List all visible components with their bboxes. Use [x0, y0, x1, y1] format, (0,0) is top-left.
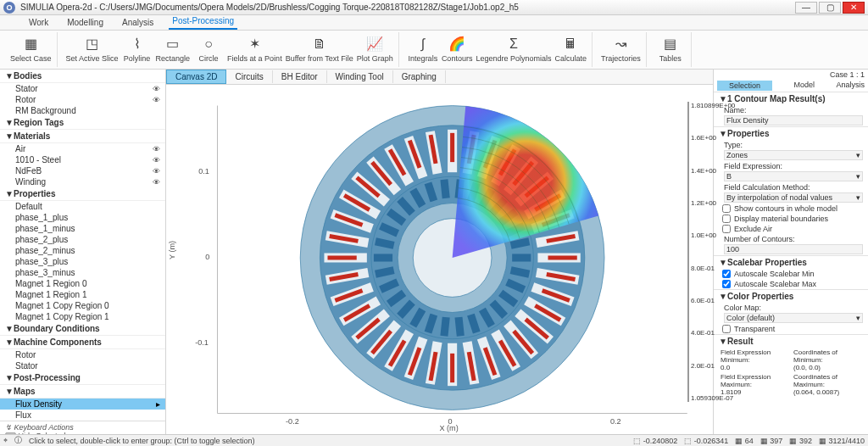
chk-show-contours[interactable]: Show contours in whole model	[714, 203, 868, 214]
section-result[interactable]: ▼Result	[714, 334, 868, 348]
calculate-button[interactable]: 🖩Calculate	[554, 36, 587, 63]
maximize-button[interactable]: ▢	[819, 2, 841, 14]
chk-autoscale-max[interactable]: Autoscale Scalebar Max	[714, 279, 868, 289]
tree-section[interactable]: ▼Maps	[0, 385, 165, 399]
tab-winding-tool[interactable]: Winding Tool	[327, 70, 393, 83]
num-contours-input[interactable]: 100	[724, 244, 863, 254]
tab-analysis[interactable]: Analysis	[836, 81, 865, 91]
fields-at-point-button[interactable]: ✶Fields at a Point	[227, 36, 282, 63]
circle-button[interactable]: ○Circle	[193, 36, 224, 63]
tree-item[interactable]: RM Background	[0, 105, 165, 116]
tree-section[interactable]: ▼Properties	[0, 187, 165, 201]
tree-item[interactable]: Magnet 1 Region 1	[0, 289, 165, 300]
tree-section[interactable]: ▼Region Tags	[0, 116, 165, 130]
svg-line-106	[511, 242, 530, 246]
buffer-from-file-button[interactable]: 🗎Buffer from Text File	[286, 36, 353, 63]
type-select[interactable]: Zones▾	[724, 150, 863, 160]
tree-item[interactable]: Magnet 1 Copy Region 1	[0, 311, 165, 322]
tree-item[interactable]: Rotor	[0, 349, 165, 360]
svg-line-84	[459, 317, 460, 336]
ribbon-tab-analysis[interactable]: Analysis	[119, 16, 157, 30]
tree-item[interactable]: Air👁	[0, 143, 165, 154]
ribbon-tab-modelling[interactable]: Modelling	[64, 16, 107, 30]
tab-canvas-2d[interactable]: Canvas 2D	[166, 70, 226, 84]
calc-method-select[interactable]: By interpolation of nodal values▾	[724, 192, 863, 203]
tab-model[interactable]: Model	[794, 81, 815, 91]
tree-item[interactable]: phase_2_plus	[0, 234, 165, 245]
slice-icon: ◳	[84, 36, 101, 53]
color-map-select[interactable]: Color (default)▾	[724, 313, 863, 323]
section-properties[interactable]: ▼Properties	[714, 126, 868, 140]
tree-item[interactable]: phase_1_minus	[0, 223, 165, 234]
section-color[interactable]: ▼Color Properties	[714, 289, 868, 303]
visibility-icon[interactable]: 👁	[153, 85, 160, 93]
tree-item[interactable]: Stator👁	[0, 83, 165, 94]
trajectories-button[interactable]: ↝Trajectories	[601, 36, 641, 63]
chk-exclude-air[interactable]: Exclude Air	[714, 224, 868, 234]
contour-icon: 🌈	[448, 36, 465, 53]
keyboard-actions: ↯ Keyboard Actions⌨ Hide Selected⌨ Show …	[0, 421, 165, 434]
trajectory-icon: ↝	[612, 36, 629, 53]
canvas-2d-viewport[interactable]: -0.2 0 0.2 0.1 0 -0.1 X (m) Y (m) 1.8108…	[166, 85, 713, 434]
tree-item[interactable]: 1010 - Steel👁	[0, 154, 165, 165]
select-case-button[interactable]: ▦Select Case	[10, 36, 52, 63]
tree-item[interactable]: NdFeB👁	[0, 165, 165, 176]
chk-transparent[interactable]: Transparent	[714, 324, 868, 334]
close-button[interactable]: ✕	[843, 2, 865, 14]
contours-button[interactable]: 🌈Contours	[442, 36, 473, 63]
chk-display-boundaries[interactable]: Display material boundaries	[714, 214, 868, 224]
field-expression-select[interactable]: B▾	[724, 171, 863, 181]
visibility-icon[interactable]: 👁	[153, 156, 160, 164]
grid-icon: ▦	[22, 36, 39, 53]
visibility-icon[interactable]: 👁	[153, 178, 160, 187]
model-tree-panel[interactable]: ▼BodiesStator👁Rotor👁RM Background▼Region…	[0, 70, 166, 434]
tree-item[interactable]: phase_3_minus	[0, 267, 165, 278]
svg-line-85	[444, 317, 446, 336]
rectangle-icon: ▭	[164, 36, 181, 53]
motor-plot: -0.2 0 0.2 0.1 0 -0.1 X (m) Y (m)	[166, 85, 713, 434]
rectangle-button[interactable]: ▭Rectangle	[156, 36, 191, 63]
tree-item[interactable]: phase_1_plus	[0, 212, 165, 223]
section-scalebar[interactable]: ▼Scalebar Properties	[714, 255, 868, 269]
tree-section[interactable]: ▼Bodies	[0, 70, 165, 83]
circle-icon: ○	[200, 36, 217, 53]
tree-item[interactable]: Winding👁	[0, 176, 165, 187]
tree-item[interactable]: Default	[0, 201, 165, 212]
tree-section[interactable]: ▼Post-Processing	[0, 371, 165, 385]
tree-section[interactable]: ▼Materials	[0, 130, 165, 143]
tab-circuits[interactable]: Circuits	[226, 70, 272, 83]
tree-item[interactable]: Flux	[0, 410, 165, 421]
tree-item[interactable]: Stator	[0, 360, 165, 371]
svg-text:0: 0	[205, 253, 209, 261]
polyline-button[interactable]: ⌇Polyline	[122, 36, 153, 63]
integrals-button[interactable]: ∫Integrals	[408, 36, 438, 63]
tables-button[interactable]: ▤Tables	[655, 36, 686, 63]
tab-bh-editor[interactable]: BH Editor	[273, 70, 327, 83]
tab-selection[interactable]: Selection	[717, 81, 772, 91]
tree-item[interactable]: Magnet 1 Region 0	[0, 278, 165, 289]
tree-item[interactable]: phase_3_plus	[0, 256, 165, 267]
ribbon-tab-work[interactable]: Work	[25, 16, 52, 30]
result-header[interactable]: ▼1 Contour Map Result(s)	[714, 92, 868, 105]
tab-graphing[interactable]: Graphing	[393, 70, 446, 83]
svg-text:0.2: 0.2	[610, 417, 621, 426]
chk-autoscale-min[interactable]: Autoscale Scalebar Min	[714, 269, 868, 279]
plot-graph-button[interactable]: 📈Plot Graph	[357, 36, 393, 63]
visibility-icon[interactable]: 👁	[153, 96, 160, 104]
tree-item[interactable]: phase_2_minus	[0, 245, 165, 256]
legendre-button[interactable]: ΣLegendre Polynomials	[476, 36, 551, 63]
properties-panel[interactable]: Case 1 : 1 Selection Model Analysis ▼1 C…	[714, 70, 868, 434]
tree-item[interactable]: Rotor👁	[0, 94, 165, 105]
svg-line-99	[444, 180, 446, 198]
visibility-icon[interactable]: 👁	[153, 167, 160, 176]
tree-section[interactable]: ▼Machine Components	[0, 336, 165, 349]
visibility-icon[interactable]: 👁	[153, 145, 160, 153]
tree-item[interactable]: Flux Density▸	[0, 399, 165, 410]
case-label: Case 1 : 1	[714, 70, 868, 80]
set-active-slice-button[interactable]: ◳Set Active Slice	[66, 36, 119, 63]
tree-item[interactable]: Magnet 1 Copy Region 0	[0, 300, 165, 311]
ribbon-tab-postprocessing[interactable]: Post-Processing	[169, 14, 237, 30]
tree-section[interactable]: ▼Boundary Conditions	[0, 322, 165, 336]
minimize-button[interactable]: —	[795, 2, 817, 14]
svg-text:X (m): X (m)	[440, 424, 459, 432]
